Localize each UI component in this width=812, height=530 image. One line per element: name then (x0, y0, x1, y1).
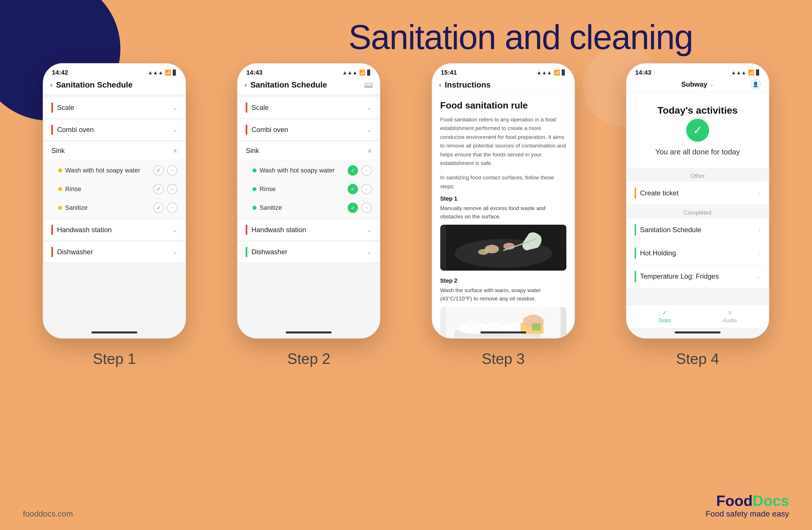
phone2-check-3[interactable]: ✓ (348, 203, 358, 213)
phone1-dot-2 (58, 187, 62, 191)
phone4-todays-title: Today's activities (635, 99, 761, 119)
phone4-other-section: Other Create ticket › (626, 173, 769, 205)
phone1-dot-3 (58, 206, 62, 210)
phone1-sink-item-2: Rinse ✓ ··· (43, 180, 186, 198)
phone1-section-scale-header[interactable]: Scale ⌄ (43, 97, 186, 118)
phone2-combi-bar (246, 125, 247, 135)
phone2-section-dishwasher: Dishwasher ⌄ (237, 242, 380, 263)
phone4-sanitation-schedule[interactable]: Sanitation Schedule › (626, 218, 769, 242)
step-1-label: Step 1 (93, 350, 136, 367)
restaurant-selector[interactable]: Subway ⌄ (681, 80, 714, 88)
phone1-more-3[interactable]: ··· (167, 203, 177, 213)
phone2-scale-title: Scale (251, 103, 269, 112)
phone2-sink-item-2: Rinse ✓ ··· (237, 180, 380, 198)
phone1-section-sink: Sink ∧ Wash with hot soapy water ✓ ··· (43, 141, 186, 218)
phone3-time: 15:41 (441, 69, 457, 76)
phone1-sink-item-3-text: Sanitize (65, 204, 150, 211)
phone1-dishwasher-chevron: ⌄ (173, 249, 177, 255)
phone2-sink-item-3-text: Sanitize (259, 204, 345, 211)
phone3-status-icons: ▲▲▲ 📶 ▊ (537, 69, 566, 76)
phone4-status-bar: 14:43 ▲▲▲ 📶 ▊ (626, 64, 769, 78)
wifi-icon-4: 📶 (748, 69, 754, 76)
phone4-hot-holding-bar (635, 247, 636, 259)
phones-container: 14:42 ▲▲▲ 📶 ▊ ‹ Sanitation Schedule (23, 63, 789, 367)
phone1-sink-item-2-actions: ✓ ··· (153, 184, 177, 194)
phone4-temp-log-bar (635, 270, 636, 282)
phone2-schedule-list: Scale ⌄ Combi oven ⌄ (237, 94, 380, 267)
brand-tagline: Food safety made easy (706, 509, 789, 518)
phone2-book-icon[interactable]: 📖 (364, 81, 373, 89)
phone3-step-2-label: Step 2 (440, 278, 566, 284)
phone4-tab-tasks[interactable]: ✓ Tasks (658, 309, 671, 324)
phone1-more-2[interactable]: ··· (167, 184, 177, 194)
phone2-nav-bar: ‹ Sanitation Schedule 📖 (237, 78, 380, 94)
phone3-step-1-image (440, 225, 566, 270)
phone1-section-sink-header[interactable]: Sink ∧ (43, 141, 186, 160)
phone2-section-sink-header[interactable]: Sink ∧ (237, 141, 380, 160)
phone2-more-1[interactable]: ··· (361, 165, 372, 176)
phone4-ticket-name: Create ticket (640, 189, 679, 197)
phone2-more-2[interactable]: ··· (361, 184, 372, 194)
phone-2: 14:43 ▲▲▲ 📶 ▊ ‹ Sanitation Schedule 📖 (237, 63, 380, 339)
phone4-hot-holding-name: Hot Holding (640, 249, 676, 257)
phone-4: 14:43 ▲▲▲ 📶 ▊ Subway ⌄ 👤 (626, 63, 769, 339)
phone2-section-handwash-header[interactable]: Handwash station ⌄ (237, 220, 380, 240)
phone4-tasks-label: Tasks (658, 318, 671, 324)
phone4-nav-bar: Subway ⌄ 👤 (626, 78, 769, 92)
phone4-bottom-tabs: ✓ Tasks ≡ Audits (626, 305, 769, 328)
phone2-dishwasher-chevron: ⌄ (367, 249, 372, 255)
phone3-back-button[interactable]: ‹ (439, 81, 441, 89)
phone3-instructions-desc: Food sanitation refers to any operation … (440, 115, 566, 168)
phone2-section-combi-header[interactable]: Combi oven ⌄ (237, 120, 380, 140)
phone3-home-bar (480, 332, 526, 333)
phone4-hot-holding[interactable]: Hot Holding › (626, 242, 769, 265)
svg-point-12 (468, 319, 475, 326)
phone1-combi-title: Combi oven (57, 126, 94, 134)
phone2-section-combi: Combi oven ⌄ (237, 120, 380, 140)
phone2-check-2[interactable]: ✓ (348, 184, 358, 194)
phone1-dishwasher-bar (51, 247, 53, 257)
signal-icon-3: ▲▲▲ (537, 70, 552, 76)
phone2-handwash-bar (246, 225, 247, 235)
phone1-schedule-list: Scale ⌄ Combi oven ⌄ (43, 94, 186, 267)
phone2-handwash-chevron: ⌄ (367, 226, 372, 233)
phone1-check-2[interactable]: ✓ (153, 184, 164, 194)
phone1-more-1[interactable]: ··· (167, 165, 177, 176)
phone2-sink-title: Sink (246, 147, 259, 155)
phone1-check-3[interactable]: ✓ (153, 203, 164, 213)
phone1-section-dishwasher-header[interactable]: Dishwasher ⌄ (43, 242, 186, 263)
phone2-dot-3 (252, 206, 257, 210)
svg-point-13 (483, 318, 489, 323)
battery-icon-4: ▊ (756, 69, 760, 76)
phone1-section-combi-header[interactable]: Combi oven ⌄ (43, 120, 186, 140)
svg-point-5 (478, 249, 489, 255)
phone2-status-icons: ▲▲▲ 📶 ▊ (342, 69, 371, 76)
phone1-check-1[interactable]: ✓ (153, 165, 164, 176)
svg-point-14 (500, 318, 506, 324)
phone2-sink-item-1: Wash with hot soapy water ✓ ··· (237, 161, 380, 180)
phone1-handwash-title: Handwash station (57, 226, 112, 234)
phone1-section-handwash-header[interactable]: Handwash station ⌄ (43, 220, 186, 240)
phone2-more-3[interactable]: ··· (361, 203, 372, 213)
phone4-sanitation-bar (635, 224, 636, 236)
phone4-create-ticket[interactable]: Create ticket › (626, 182, 769, 205)
phone1-sink-item-3: Sanitize ✓ ··· (43, 198, 186, 217)
phone2-section-scale-header[interactable]: Scale ⌄ (237, 97, 380, 118)
phone2-combi-chevron: ⌄ (367, 126, 372, 133)
phone4-temp-log[interactable]: Temperature Log: Fridges ⌄ (626, 265, 769, 288)
phone1-sink-title: Sink (51, 147, 65, 155)
restaurant-name: Subway (681, 80, 707, 88)
phone2-sink-item-2-actions: ✓ ··· (348, 184, 372, 194)
phone4-tab-audits[interactable]: ≡ Audits (723, 309, 737, 324)
profile-icon[interactable]: 👤 (750, 79, 761, 89)
phone2-combi-title: Combi oven (251, 126, 288, 134)
phone-3-wrapper: 15:41 ▲▲▲ 📶 ▊ ‹ Instructions Food sanita… (432, 63, 575, 367)
phone1-sink-item-1-text: Wash with hot soapy water (65, 167, 150, 174)
phone4-time: 14:43 (635, 69, 651, 76)
phone1-nav-title: Sanitation Schedule (56, 80, 178, 89)
restaurant-chevron-icon: ⌄ (710, 81, 714, 87)
phone1-back-button[interactable]: ‹ (50, 81, 53, 89)
phone2-section-dishwasher-header[interactable]: Dishwasher ⌄ (237, 242, 380, 263)
phone2-back-button[interactable]: ‹ (245, 81, 247, 89)
phone2-check-1[interactable]: ✓ (348, 165, 358, 176)
